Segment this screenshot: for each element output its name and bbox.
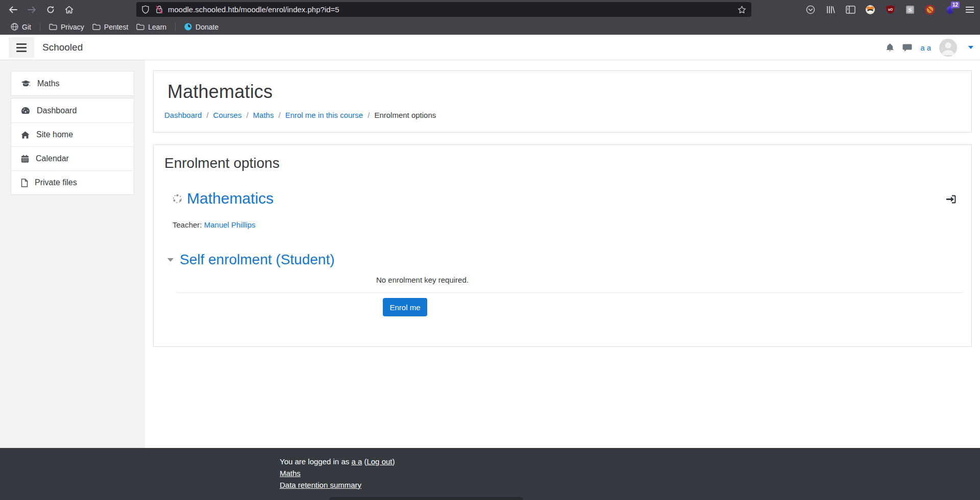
user-name-link[interactable]: a a	[920, 43, 931, 52]
cookie-blocker-icon[interactable]	[925, 5, 935, 15]
home-icon	[21, 131, 30, 139]
enrolment-options-heading: Enrolment options	[164, 155, 961, 171]
breadcrumb: Dashboard / Courses / Maths / Enrol me i…	[164, 111, 961, 119]
logged-in-line: You are logged in as a a (Log out)	[280, 456, 980, 467]
self-enrolment-section: Self enrolment (Student)	[167, 252, 961, 268]
svg-text:S: S	[909, 7, 912, 13]
file-icon	[21, 179, 28, 187]
foxyproxy-icon[interactable]	[865, 5, 875, 15]
logout-link[interactable]: Log out	[366, 457, 392, 466]
url-text[interactable]: moodle.schooled.htb/moodle/enrol/index.p…	[168, 5, 738, 14]
bookmark-folder-learn[interactable]: Learn	[132, 21, 170, 33]
globe-icon	[11, 23, 18, 31]
svg-text:uO: uO	[888, 8, 892, 11]
breadcrumb-courses[interactable]: Courses	[213, 111, 242, 119]
page-header-card: Mathematics Dashboard / Courses / Maths …	[153, 70, 972, 133]
enrolment-options-card: Enrolment options Mathematics Teacher: M…	[153, 144, 972, 347]
url-bar[interactable]: moodle.schooled.htb/moodle/enrol/index.p…	[136, 2, 751, 17]
teacher-link[interactable]: Manuel Phillips	[204, 220, 256, 229]
nav-drawer-toggle[interactable]	[9, 37, 34, 58]
s-extension-icon[interactable]: S	[905, 5, 915, 15]
breadcrumb-dashboard[interactable]: Dashboard	[164, 111, 202, 119]
bookmarks-separator	[40, 22, 40, 31]
bookmark-folder-privacy[interactable]: Privacy	[45, 21, 88, 33]
bookmark-donate[interactable]: Donate	[180, 21, 223, 33]
bookmarks-separator	[175, 22, 176, 31]
form-divider	[177, 292, 962, 293]
reload-button[interactable]	[44, 3, 57, 16]
folder-icon	[49, 23, 57, 30]
browser-chrome: moodle.schooled.htb/moodle/enrol/index.p…	[0, 0, 980, 35]
course-row: Mathematics	[173, 190, 961, 207]
forward-button[interactable]	[25, 3, 38, 16]
calendar-icon	[21, 155, 29, 163]
nav-drawer: Maths Dashboard Site home Calendar Priva…	[0, 60, 145, 448]
notifications-bell-icon[interactable]	[886, 43, 894, 52]
footer-user-link[interactable]: a a	[351, 457, 362, 466]
tech-count-badge: 12	[951, 2, 960, 8]
folder-icon	[92, 23, 101, 30]
collapse-caret-icon[interactable]	[167, 258, 174, 262]
graduation-cap-icon	[21, 80, 31, 87]
sidebar-item-maths[interactable]: Maths	[11, 71, 134, 95]
footer: You are logged in as a a (Log out) Maths…	[0, 448, 980, 500]
dashboard-gauge-icon	[21, 107, 30, 114]
self-enrolment-heading[interactable]: Self enrolment (Student)	[180, 252, 335, 268]
library-icon[interactable]	[825, 5, 836, 15]
user-menu-caret-icon[interactable]	[968, 46, 973, 49]
bottom-popup	[329, 497, 523, 500]
wappalyzer-icon[interactable]: 12	[945, 5, 955, 15]
bookmarks-bar: Git Privacy Pentest Learn Donate	[0, 19, 980, 35]
avatar[interactable]	[939, 39, 957, 57]
menu-icon[interactable]	[965, 5, 975, 15]
footer-course-link[interactable]: Maths	[280, 469, 301, 478]
no-key-text: No enrolment key required.	[376, 276, 469, 284]
data-retention-link[interactable]: Data retention summary	[280, 481, 361, 489]
bookmark-star-icon[interactable]	[738, 6, 746, 14]
pocket-icon[interactable]	[805, 5, 816, 15]
back-button[interactable]	[6, 3, 19, 16]
sidebar-item-site-home[interactable]: Site home	[11, 122, 134, 146]
enrol-me-button[interactable]: Enrol me	[383, 298, 427, 316]
home-button[interactable]	[62, 3, 76, 16]
bookmark-git[interactable]: Git	[7, 21, 35, 33]
teacher-line: Teacher: Manuel Phillips	[173, 220, 961, 229]
bookmark-folder-pentest[interactable]: Pentest	[88, 21, 132, 33]
sidebar-item-dashboard[interactable]: Dashboard	[11, 98, 134, 122]
breadcrumb-maths[interactable]: Maths	[253, 111, 274, 119]
insecure-lock-icon[interactable]	[156, 5, 163, 14]
messages-icon[interactable]	[902, 43, 912, 52]
sign-in-icon	[946, 194, 957, 204]
breadcrumb-current: Enrolment options	[374, 111, 436, 119]
browser-toolbar: moodle.schooled.htb/moodle/enrol/index.p…	[0, 0, 980, 19]
page-title: Mathematics	[167, 81, 961, 103]
course-name-link[interactable]: Mathematics	[187, 190, 274, 207]
sidebar-item-private-files[interactable]: Private files	[11, 170, 134, 194]
site-brand[interactable]: Schooled	[42, 42, 83, 53]
breadcrumb-enrol-me[interactable]: Enrol me in this course	[285, 111, 363, 119]
tracking-shield-icon[interactable]	[141, 5, 150, 14]
sidebar-item-calendar[interactable]: Calendar	[11, 146, 134, 170]
sidebar-toggle-icon[interactable]	[845, 5, 855, 15]
donate-icon	[184, 23, 192, 31]
folder-icon	[136, 23, 144, 30]
main-content: Mathematics Dashboard / Courses / Maths …	[145, 60, 980, 448]
course-icon	[173, 194, 182, 204]
site-header: Schooled a a	[0, 35, 980, 60]
ublock-origin-icon[interactable]: uO	[885, 5, 895, 15]
